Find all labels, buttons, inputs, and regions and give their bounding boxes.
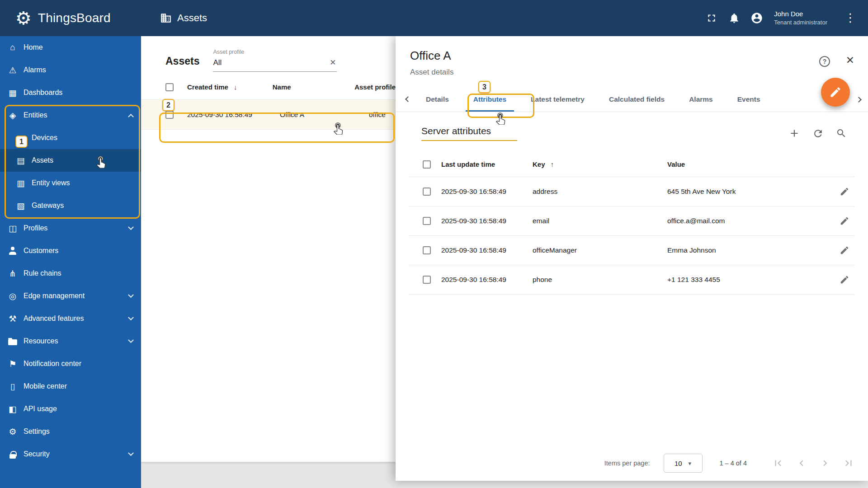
app-header: ⚙ ThingsBoard Assets John Doe Tenant adm…	[0, 0, 868, 36]
sidebar-item-edge-management[interactable]: ◎ Edge management	[0, 285, 141, 307]
tab-latest-telemetry[interactable]: Latest telemetry	[519, 87, 597, 112]
more-vert-icon[interactable]: ⋮	[844, 11, 856, 25]
entities-icon: ◈	[7, 110, 18, 121]
edit-attribute-icon[interactable]	[839, 274, 850, 285]
previous-page-icon[interactable]	[796, 457, 807, 469]
asset-profile-filter-value: All	[213, 58, 222, 67]
home-icon: ⌂	[7, 42, 18, 53]
edit-attribute-icon[interactable]	[839, 216, 850, 226]
chevron-down-icon	[128, 314, 134, 320]
mobile-center-icon: ▯	[7, 381, 18, 392]
edit-attribute-icon[interactable]	[839, 186, 850, 197]
column-key[interactable]: Key	[533, 160, 545, 168]
rule-chains-icon: ⋔	[7, 268, 18, 279]
resources-icon	[7, 336, 18, 347]
column-value[interactable]: Value	[667, 160, 854, 168]
row-checkbox[interactable]	[423, 246, 431, 254]
sidebar-item-api-usage[interactable]: ◧ API usage	[0, 398, 141, 420]
sidebar-item-customers[interactable]: Customers	[0, 239, 141, 262]
tabs-scroll-right[interactable]	[853, 87, 864, 112]
row-checkbox[interactable]	[423, 188, 431, 196]
sidebar-item-entities[interactable]: ◈ Entities	[0, 104, 141, 127]
drawer-title: Office A	[410, 48, 868, 63]
sidebar-item-advanced-features[interactable]: ⚒ Advanced features	[0, 307, 141, 330]
details-tabs: Details Attributes Latest telemetry Calc…	[396, 87, 868, 112]
chevron-down-icon	[128, 450, 134, 456]
row-checkbox[interactable]	[165, 111, 174, 119]
attribute-row-office-manager[interactable]: 2025-09-30 16:58:49 officeManager Emma J…	[409, 236, 854, 265]
select-all-checkbox[interactable]	[165, 83, 174, 91]
page-title-label: Assets	[177, 12, 207, 24]
column-last-update-time[interactable]: Last update time	[441, 160, 533, 168]
search-icon[interactable]	[835, 127, 847, 139]
dashboards-icon: ▦	[7, 87, 18, 98]
tab-alarms[interactable]: Alarms	[677, 87, 725, 112]
last-page-icon[interactable]	[843, 457, 854, 469]
chevron-down-icon: ▾	[689, 460, 692, 467]
sidebar-item-resources[interactable]: Resources	[0, 330, 141, 352]
select-all-checkbox[interactable]	[423, 160, 431, 169]
sidebar-item-alarms[interactable]: ⚠ Alarms	[0, 59, 141, 81]
tabs-scroll-left[interactable]	[402, 87, 414, 112]
pencil-icon	[829, 86, 842, 99]
refresh-icon[interactable]	[812, 127, 824, 139]
sidebar-item-mobile-center[interactable]: ▯ Mobile center	[0, 375, 141, 398]
row-checkbox[interactable]	[423, 276, 431, 284]
add-icon[interactable]	[788, 127, 800, 139]
help-icon[interactable]: ?	[819, 56, 830, 67]
drawer-subtitle: Asset details	[410, 68, 868, 77]
sidebar-item-rule-chains[interactable]: ⋔ Rule chains	[0, 262, 141, 285]
sidebar-item-entity-views[interactable]: ▥ Entity views	[0, 172, 141, 194]
first-page-icon[interactable]	[772, 457, 784, 469]
clear-filter-icon[interactable]: ✕	[330, 58, 336, 67]
row-checkbox[interactable]	[423, 217, 431, 225]
tab-calculated-fields[interactable]: Calculated fields	[597, 87, 677, 112]
page-size-select[interactable]: 10 ▾	[664, 454, 703, 473]
edit-attribute-icon[interactable]	[839, 245, 850, 256]
gateways-icon: ▧	[15, 200, 26, 211]
chevron-left-icon	[405, 96, 411, 102]
column-created-time[interactable]: Created time	[187, 83, 228, 91]
chevron-down-icon	[128, 292, 134, 298]
notifications-icon[interactable]	[728, 12, 741, 24]
devices-icon: ▣	[15, 132, 26, 143]
pagination-range: 1 – 4 of 4	[720, 460, 747, 467]
asset-profile-filter[interactable]: Asset profile All ✕	[213, 49, 337, 72]
asset-row-office-a[interactable]: 2025-09-30 16:58:49 Office A office	[141, 100, 396, 130]
tab-attributes[interactable]: Attributes	[461, 87, 519, 112]
sidebar-item-dashboards[interactable]: ▦ Dashboards	[0, 81, 141, 104]
security-icon	[7, 449, 18, 460]
chevron-down-icon	[128, 224, 134, 230]
edge-management-icon: ◎	[7, 291, 18, 301]
assets-panel-title: Assets	[165, 55, 199, 67]
sidebar-item-gateways[interactable]: ▧ Gateways	[0, 194, 141, 217]
attribute-row-phone[interactable]: 2025-09-30 16:58:49 phone +1 121 333 445…	[409, 265, 854, 295]
logo-gear-icon: ⚙	[15, 9, 32, 27]
next-page-icon[interactable]	[819, 457, 831, 469]
sidebar-item-profiles[interactable]: ◫ Profiles	[0, 217, 141, 239]
sort-asc-icon: ↑	[551, 160, 554, 168]
avatar[interactable]	[750, 12, 763, 24]
column-asset-profile[interactable]: Asset profile	[354, 83, 396, 91]
user-role: Tenant administrator	[774, 19, 827, 27]
asset-profile-value: office	[369, 111, 396, 119]
sidebar-item-security[interactable]: Security	[0, 443, 141, 465]
close-icon[interactable]: ✕	[846, 54, 854, 66]
table-pagination: Items per page: 10 ▾ 1 – 4 of 4	[396, 454, 868, 473]
fullscreen-icon[interactable]	[705, 12, 718, 24]
tab-details[interactable]: Details	[414, 87, 461, 112]
column-name[interactable]: Name	[273, 83, 354, 91]
page-title: Assets	[160, 12, 207, 24]
attribute-row-email[interactable]: 2025-09-30 16:58:49 email office.a@mail.…	[409, 206, 854, 236]
sidebar-item-home[interactable]: ⌂ Home	[0, 36, 141, 59]
sidebar-item-assets[interactable]: ▤ Assets	[0, 149, 141, 172]
sidebar-item-notification-center[interactable]: ⚑ Notification center	[0, 352, 141, 375]
sidebar-item-settings[interactable]: ⚙ Settings	[0, 420, 141, 443]
tab-events[interactable]: Events	[725, 87, 773, 112]
attribute-scope-selector[interactable]: Server attributes	[421, 126, 517, 141]
api-usage-icon: ◧	[7, 404, 18, 414]
edit-fab-button[interactable]	[821, 78, 850, 107]
attributes-table: Last update time Key ↑ Value 2025-09-30 …	[409, 152, 854, 295]
attribute-row-address[interactable]: 2025-09-30 16:58:49 address 645 5th Ave …	[409, 177, 854, 206]
sidebar-item-devices[interactable]: ▣ Devices	[0, 127, 141, 149]
